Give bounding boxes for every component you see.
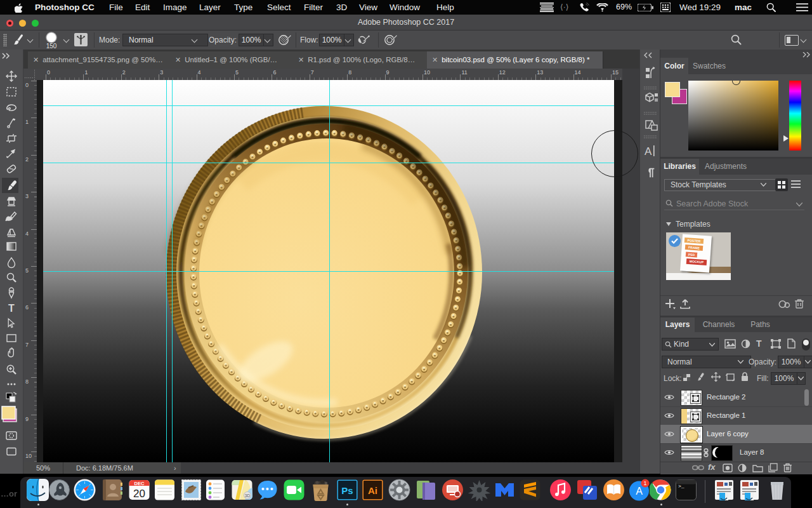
svg-text:A: A bbox=[636, 486, 643, 497]
svg-text:Ps: Ps bbox=[341, 485, 353, 496]
svg-text:1: 1 bbox=[643, 480, 646, 486]
svg-text:3D: 3D bbox=[245, 493, 251, 498]
svg-text:DEC: DEC bbox=[134, 481, 145, 486]
svg-text:20: 20 bbox=[133, 488, 145, 500]
svg-text:Ai: Ai bbox=[368, 485, 377, 496]
svg-text:A: A bbox=[645, 145, 652, 157]
svg-text:T: T bbox=[8, 303, 15, 314]
svg-text:>_: >_ bbox=[678, 483, 684, 489]
